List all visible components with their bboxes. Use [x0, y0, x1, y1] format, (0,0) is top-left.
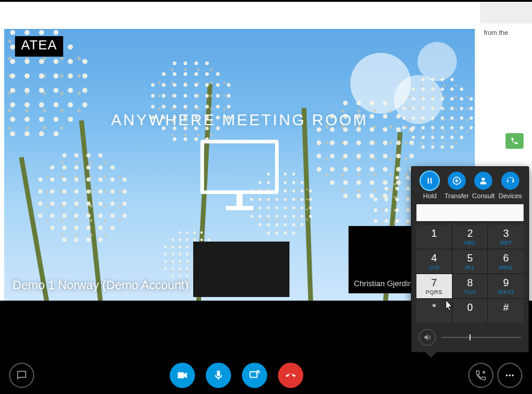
dialpad-key-digit: 3	[503, 228, 509, 239]
video-icon	[176, 369, 188, 381]
dialpad-key-digit: 0	[467, 302, 472, 313]
monitor-graphic	[197, 140, 282, 218]
share-icon	[249, 369, 261, 381]
dialpad-key-digit: 6	[503, 253, 509, 263]
chat-button[interactable]	[9, 363, 34, 388]
self-view-thumbnail[interactable]	[193, 242, 289, 297]
headset-icon	[506, 176, 515, 186]
person-icon	[478, 176, 488, 186]
volume-thumb[interactable]	[469, 334, 471, 340]
chat-header	[480, 2, 532, 23]
devices-label: Devices	[498, 192, 522, 199]
dialpad-key-letters: ABC	[464, 240, 476, 246]
brand-logo: ATEA	[15, 36, 63, 57]
hangup-button[interactable]	[278, 363, 303, 388]
dialpad-panel: Hold Transfer Consult Devices 12ABC3DEF4…	[411, 166, 529, 352]
svg-point-2	[506, 375, 508, 377]
dialpad-key-8[interactable]: 8TUV	[453, 274, 488, 298]
dialpad-key-#[interactable]: #	[488, 299, 524, 323]
flower-umbel	[147, 58, 234, 145]
mic-icon	[212, 369, 224, 381]
more-options-button[interactable]	[497, 363, 522, 388]
devices-button[interactable]: Devices	[497, 172, 524, 199]
dialpad-key-3[interactable]: 3DEF	[488, 225, 524, 249]
flower-umbel	[34, 149, 131, 246]
dialpad-key-digit: 8	[467, 278, 472, 288]
dialpad-key-0[interactable]: 0	[453, 299, 488, 323]
dialpad-phone-icon	[475, 369, 487, 381]
dialpad-key-digit: 5	[467, 253, 472, 263]
dialpad-input[interactable]	[416, 204, 524, 221]
dialpad-grid: 12ABC3DEF4GHI5JKL6MNO7PQRS8TUV9WXYZ*0#	[416, 225, 524, 323]
share-screen-button[interactable]	[242, 363, 267, 388]
dialpad-key-letters: PQRS	[426, 289, 443, 295]
dialpad-key-*[interactable]: *	[416, 299, 452, 323]
dialpad-key-letters: DEF	[500, 240, 512, 246]
dialpad-key-letters: MNO	[499, 264, 513, 270]
participant-name: Christian Gjerding	[354, 279, 416, 288]
consult-label: Consult	[472, 192, 495, 199]
window-top-bar	[0, 0, 532, 2]
flower-umbel	[399, 75, 475, 152]
dialpad-key-letters: GHI	[429, 264, 440, 270]
volume-slider[interactable]	[442, 337, 521, 338]
remote-caller-name: Demo 1 Norway (Demo Account)	[13, 278, 188, 292]
dialpad-key-digit: 7	[431, 278, 437, 288]
dialpad-key-2[interactable]: 2ABC	[453, 225, 488, 249]
dialpad-key-letters: TUV	[464, 289, 476, 295]
dialpad-key-7[interactable]: 7PQRS	[416, 274, 452, 298]
dialpad-key-4[interactable]: 4GHI	[416, 249, 452, 274]
phone-icon	[510, 137, 519, 145]
dialpad-key-5[interactable]: 5JKL	[453, 249, 488, 274]
hold-label: Hold	[423, 192, 437, 199]
dialpad-toggle-button[interactable]	[468, 363, 493, 388]
svg-point-4	[512, 375, 514, 377]
consult-button[interactable]: Consult	[470, 172, 497, 199]
hold-button[interactable]: Hold	[416, 172, 444, 199]
video-toggle-button[interactable]	[170, 363, 195, 388]
chat-call-button[interactable]	[506, 133, 524, 149]
dialpad-key-digit: *	[432, 302, 436, 313]
dialpad-key-digit: 2	[467, 228, 472, 239]
chat-icon	[16, 369, 28, 381]
dialpad-key-6[interactable]: 6MNO	[488, 249, 524, 274]
dialpad-key-digit: 1	[431, 228, 437, 239]
speaker-button[interactable]	[419, 329, 436, 346]
transfer-label: Transfer	[444, 192, 469, 199]
dialpad-key-letters: WXYZ	[498, 289, 515, 295]
remote-video: ATEA ANYWHERE MEETING ROOM Christian Gje…	[4, 29, 475, 301]
transfer-icon	[452, 176, 462, 186]
more-icon	[504, 369, 516, 381]
svg-rect-0	[250, 372, 258, 377]
mute-button[interactable]	[206, 363, 231, 388]
pause-icon	[425, 176, 435, 186]
speaker-icon	[423, 333, 431, 342]
dialpad-key-9[interactable]: 9WXYZ	[488, 274, 524, 298]
hangup-icon	[285, 369, 297, 381]
svg-point-3	[509, 375, 511, 377]
svg-point-6	[482, 178, 485, 181]
dialpad-key-digit: 4	[431, 253, 437, 263]
chat-message-fragment: from the	[480, 23, 532, 37]
transfer-button[interactable]: Transfer	[444, 172, 471, 199]
dialpad-key-letters: JKL	[465, 264, 475, 270]
meeting-title: ANYWHERE MEETING ROOM	[111, 111, 368, 130]
dialpad-key-digit: #	[503, 302, 509, 313]
dialpad-key-1[interactable]: 1	[416, 225, 452, 249]
dialpad-key-digit: 9	[503, 278, 509, 288]
